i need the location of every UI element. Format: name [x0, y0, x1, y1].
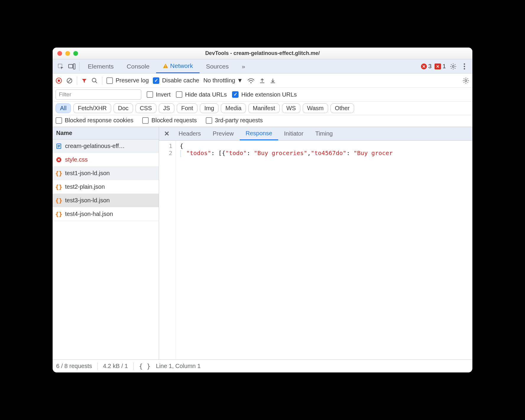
blocked-requests-checkbox[interactable]: Blocked requests [142, 117, 197, 124]
tab-console-label: Console [127, 63, 150, 70]
svg-line-32 [467, 82, 468, 83]
svg-line-34 [467, 78, 468, 79]
chip-wasm[interactable]: Wasm [303, 103, 328, 113]
tab-sources[interactable]: Sources [200, 59, 235, 73]
checkbox-box [153, 77, 159, 84]
filter-row: Filter Invert Hide data URLs Hide extens… [53, 88, 472, 102]
window-title: DevTools - cream-gelatinous-effect.glitc… [53, 50, 472, 56]
code-token: "Buy groceries" [254, 149, 307, 157]
svg-line-12 [451, 68, 452, 69]
detail-tab-response[interactable]: Response [240, 127, 278, 140]
throttling-select[interactable]: No throttling ▼ [203, 77, 243, 84]
errors-badge[interactable]: ✕ 3 [421, 63, 432, 70]
upload-har-icon[interactable] [259, 77, 265, 84]
chip-label: Fetch/XHR [78, 105, 107, 111]
filter-toggle-icon[interactable] [81, 78, 87, 84]
code-token: : [247, 149, 254, 157]
kebab-menu-icon[interactable] [459, 59, 470, 73]
record-button[interactable] [56, 77, 62, 84]
inspect-element-icon[interactable] [55, 59, 66, 73]
request-detail: ✕ Headers Preview Response Initiator Tim… [159, 127, 472, 359]
request-row[interactable]: cream-gelatinous-eff… [53, 139, 159, 153]
hide-extension-urls-checkbox[interactable]: Hide extension URLs [232, 91, 297, 98]
detail-tab-timing[interactable]: Timing [309, 127, 338, 140]
detail-tab-initiator[interactable]: Initiator [278, 127, 310, 140]
settings-icon[interactable] [448, 59, 459, 73]
resource-type-chips: All Fetch/XHR Doc CSS JS Font Img Media … [53, 102, 472, 115]
code-token: "Buy grocer [354, 149, 393, 157]
chip-other[interactable]: Other [330, 103, 354, 113]
chip-doc[interactable]: Doc [114, 103, 133, 113]
request-list-header[interactable]: Name [53, 127, 159, 139]
chip-all[interactable]: All [56, 103, 71, 113]
svg-line-13 [455, 64, 455, 65]
blocked-cookies-checkbox[interactable]: Blocked response cookies [56, 117, 133, 124]
chip-css[interactable]: CSS [135, 103, 156, 113]
code-token: { [180, 142, 183, 149]
code-token: "todos" [186, 149, 211, 157]
tab-elements[interactable]: Elements [81, 59, 120, 73]
checkbox-box [147, 91, 153, 98]
chip-img[interactable]: Img [200, 103, 218, 113]
close-window-button[interactable] [57, 51, 62, 56]
detail-tab-preview[interactable]: Preview [207, 127, 240, 140]
chip-manifest[interactable]: Manifest [248, 103, 280, 113]
more-tabs-button[interactable]: » [235, 59, 252, 73]
minimize-window-button[interactable] [65, 51, 70, 56]
hide-data-urls-label: Hide data URLs [185, 91, 227, 98]
network-conditions-icon[interactable] [247, 77, 255, 84]
checkbox-box [56, 117, 62, 124]
request-row[interactable]: {} test2-plain.json [53, 180, 159, 194]
response-body[interactable]: 1 2 { "todos": [{"todo": "Buy groceries"… [159, 141, 472, 359]
request-row[interactable]: {} test4-json-hal.json [53, 207, 159, 221]
request-list-header-label: Name [56, 130, 72, 136]
chevron-down-icon: ▼ [237, 77, 243, 84]
request-row[interactable]: style.css [53, 153, 159, 167]
clear-button[interactable] [66, 77, 73, 84]
request-row[interactable]: {} test1-json-ld.json [53, 167, 159, 180]
svg-line-10 [451, 64, 452, 65]
svg-point-15 [464, 66, 465, 67]
svg-point-5 [452, 65, 454, 67]
issues-badge[interactable]: ✕ 1 [435, 63, 446, 70]
filter-input[interactable]: Filter [56, 89, 141, 100]
traffic-lights [57, 51, 78, 56]
request-row[interactable]: {} test3-json-ld.json [53, 194, 159, 207]
svg-rect-1 [69, 64, 73, 68]
preserve-log-checkbox[interactable]: Preserve log [106, 77, 149, 84]
svg-point-23 [250, 82, 252, 83]
search-icon[interactable] [91, 77, 98, 84]
json-icon: {} [56, 170, 62, 177]
chip-fetchxhr[interactable]: Fetch/XHR [73, 103, 111, 113]
detail-tab-headers[interactable]: Headers [173, 127, 207, 140]
network-settings-icon[interactable] [462, 77, 469, 84]
maximize-window-button[interactable] [73, 51, 78, 56]
code-token: "to4567do" [311, 149, 346, 157]
chip-label: WS [286, 105, 296, 111]
panel-tabstrip: Elements Console Network Sources » ✕ 3 ✕… [53, 59, 472, 74]
svg-line-22 [95, 81, 97, 83]
request-name: test1-json-ld.json [65, 170, 110, 177]
devtools-window: DevTools - cream-gelatinous-effect.glitc… [53, 48, 472, 372]
tab-network[interactable]: Network [156, 59, 200, 73]
disable-cache-checkbox[interactable]: Disable cache [153, 77, 199, 84]
network-toolbar: Preserve log Disable cache No throttling… [53, 74, 472, 88]
chip-font[interactable]: Font [177, 103, 197, 113]
device-toggle-icon[interactable] [66, 59, 77, 73]
chip-media[interactable]: Media [221, 103, 246, 113]
chip-label: All [60, 105, 67, 111]
tab-console[interactable]: Console [120, 59, 156, 73]
chip-js[interactable]: JS [159, 103, 174, 113]
svg-rect-3 [165, 65, 166, 67]
third-party-checkbox[interactable]: 3rd-party requests [206, 117, 263, 124]
download-har-icon[interactable] [270, 77, 276, 84]
close-detail-button[interactable]: ✕ [161, 127, 173, 140]
request-name: test2-plain.json [65, 183, 105, 190]
pretty-print-icon[interactable]: { } [139, 362, 151, 370]
status-requests: 6 / 8 requests [56, 363, 92, 369]
hide-data-urls-checkbox[interactable]: Hide data URLs [176, 91, 227, 98]
chip-ws[interactable]: WS [282, 103, 300, 113]
invert-checkbox[interactable]: Invert [147, 91, 171, 98]
svg-point-26 [465, 79, 467, 81]
invert-label: Invert [156, 91, 171, 98]
